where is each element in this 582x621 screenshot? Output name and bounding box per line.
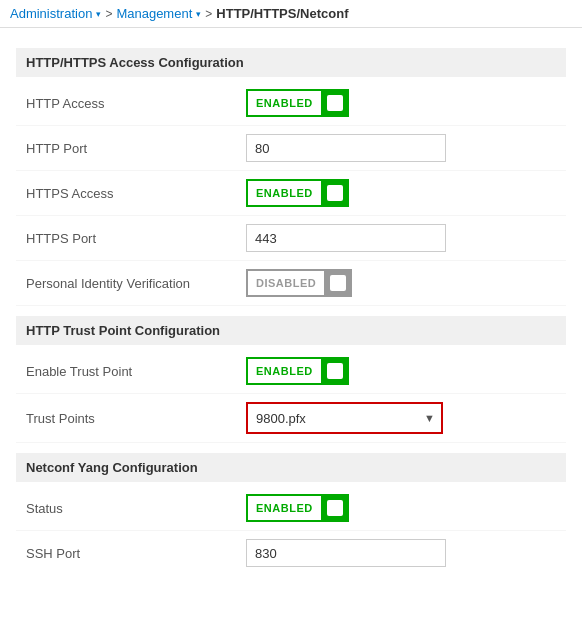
netconf-status-toggle-switch[interactable]: [321, 494, 349, 522]
https-access-toggle-knob: [327, 185, 343, 201]
http-port-control: [246, 134, 556, 162]
breadcrumb-sep1: >: [105, 7, 112, 21]
breadcrumb-admin-arrow: ▾: [96, 9, 101, 19]
breadcrumb-current: HTTP/HTTPS/Netconf: [216, 6, 348, 21]
netconf-status-toggle-knob: [327, 500, 343, 516]
ssh-port-row: SSH Port: [16, 531, 566, 575]
netconf-section-header: Netconf Yang Configuration: [16, 453, 566, 482]
netconf-status-row: Status ENABLED: [16, 486, 566, 531]
https-access-toggle-switch[interactable]: [321, 179, 349, 207]
trust-point-section-header: HTTP Trust Point Configuration: [16, 316, 566, 345]
http-access-label: HTTP Access: [26, 96, 246, 111]
http-access-toggle-switch[interactable]: [321, 89, 349, 117]
breadcrumb-management-arrow: ▾: [196, 9, 201, 19]
enable-tp-row: Enable Trust Point ENABLED: [16, 349, 566, 394]
http-port-label: HTTP Port: [26, 141, 246, 156]
main-content: HTTP/HTTPS Access Configuration HTTP Acc…: [0, 28, 582, 585]
http-access-toggle-knob: [327, 95, 343, 111]
trust-points-row: Trust Points 9800.pfx ▼: [16, 394, 566, 443]
enable-tp-control: ENABLED: [246, 357, 556, 385]
breadcrumb-admin-link[interactable]: Administration: [10, 6, 92, 21]
enable-tp-toggle-label: ENABLED: [246, 357, 321, 385]
http-https-section-header: HTTP/HTTPS Access Configuration: [16, 48, 566, 77]
http-access-toggle[interactable]: ENABLED: [246, 89, 349, 117]
https-port-label: HTTPS Port: [26, 231, 246, 246]
ssh-port-label: SSH Port: [26, 546, 246, 561]
breadcrumb: Administration ▾ > Management ▾ > HTTP/H…: [0, 0, 582, 28]
trust-points-select-container: 9800.pfx ▼: [246, 402, 443, 434]
trust-points-select[interactable]: 9800.pfx: [248, 404, 418, 432]
https-port-input[interactable]: [246, 224, 446, 252]
trust-points-control: 9800.pfx ▼: [246, 402, 556, 434]
piv-toggle-label: DISABLED: [246, 269, 324, 297]
netconf-status-label: Status: [26, 501, 246, 516]
piv-control: DISABLED: [246, 269, 556, 297]
ssh-port-input[interactable]: [246, 539, 446, 567]
netconf-status-toggle[interactable]: ENABLED: [246, 494, 349, 522]
piv-label: Personal Identity Verification: [26, 276, 246, 291]
trust-points-label: Trust Points: [26, 411, 246, 426]
http-access-toggle-label: ENABLED: [246, 89, 321, 117]
http-port-input[interactable]: [246, 134, 446, 162]
breadcrumb-sep2: >: [205, 7, 212, 21]
https-port-row: HTTPS Port: [16, 216, 566, 261]
breadcrumb-management-link[interactable]: Management: [116, 6, 192, 21]
enable-tp-toggle[interactable]: ENABLED: [246, 357, 349, 385]
piv-toggle[interactable]: DISABLED: [246, 269, 352, 297]
https-access-toggle-label: ENABLED: [246, 179, 321, 207]
https-access-toggle[interactable]: ENABLED: [246, 179, 349, 207]
https-access-label: HTTPS Access: [26, 186, 246, 201]
http-access-control: ENABLED: [246, 89, 556, 117]
netconf-status-toggle-label: ENABLED: [246, 494, 321, 522]
enable-tp-toggle-knob: [327, 363, 343, 379]
enable-tp-toggle-switch[interactable]: [321, 357, 349, 385]
ssh-port-control: [246, 539, 556, 567]
trust-points-arrow: ▼: [418, 404, 441, 432]
https-access-row: HTTPS Access ENABLED: [16, 171, 566, 216]
http-access-row: HTTP Access ENABLED: [16, 81, 566, 126]
enable-tp-label: Enable Trust Point: [26, 364, 246, 379]
https-port-control: [246, 224, 556, 252]
piv-toggle-knob: [330, 275, 346, 291]
piv-row: Personal Identity Verification DISABLED: [16, 261, 566, 306]
netconf-status-control: ENABLED: [246, 494, 556, 522]
https-access-control: ENABLED: [246, 179, 556, 207]
http-port-row: HTTP Port: [16, 126, 566, 171]
piv-toggle-switch[interactable]: [324, 269, 352, 297]
